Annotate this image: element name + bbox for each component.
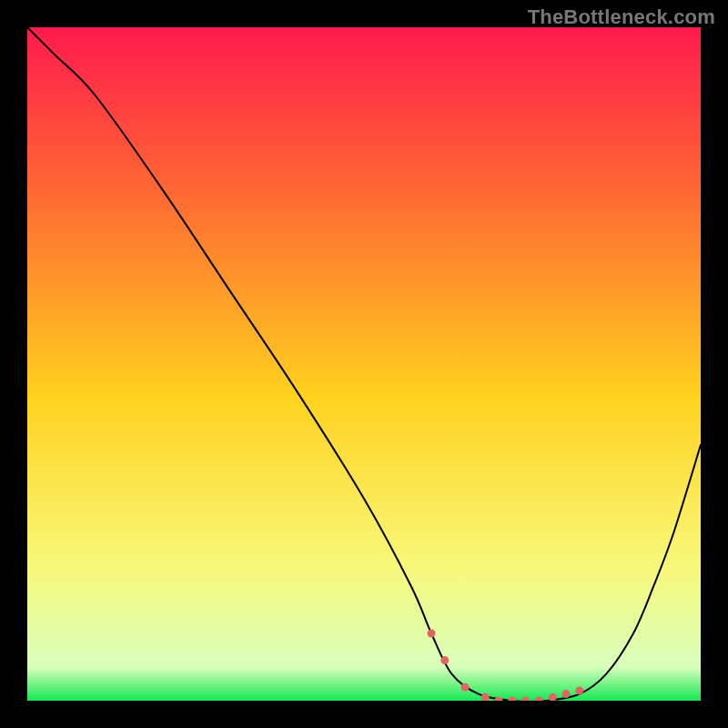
- plot-svg: [27, 27, 701, 701]
- plot-area: [27, 27, 701, 701]
- valley-marker: [562, 690, 571, 698]
- valley-marker: [461, 683, 470, 692]
- gradient-background: [27, 27, 701, 701]
- valley-marker: [428, 630, 436, 638]
- watermark-text: TheBottleneck.com: [528, 5, 715, 29]
- valley-marker: [575, 686, 583, 694]
- valley-marker: [440, 656, 449, 664]
- chart-frame: TheBottleneck.com: [0, 0, 728, 728]
